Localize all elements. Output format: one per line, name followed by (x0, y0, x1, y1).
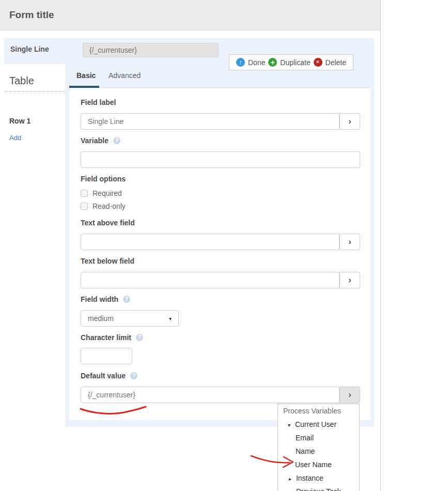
delete-label: Delete (326, 58, 346, 67)
triangle-down-icon: ▾ (288, 422, 290, 428)
sidebar-divider (4, 91, 65, 91)
field-label-expand-button[interactable]: › (339, 113, 360, 130)
required-option: Required (81, 189, 122, 197)
readonly-checkbox[interactable] (81, 203, 88, 210)
form-header: Form title (0, 0, 380, 30)
caret-down-icon: ▾ (169, 316, 172, 321)
text-above-input[interactable] (81, 234, 339, 250)
tab-underline (69, 87, 370, 88)
chevron-right-icon: › (348, 390, 351, 400)
text-above-label: Text above field (81, 219, 135, 227)
add-row-link[interactable]: Add (9, 134, 21, 142)
form-title: Form title (9, 9, 54, 21)
help-icon[interactable]: ? (123, 296, 130, 303)
help-icon[interactable]: ? (136, 334, 143, 341)
help-icon[interactable]: ? (130, 372, 137, 379)
text-below-input[interactable] (81, 272, 339, 288)
plus-icon: + (268, 58, 277, 67)
chevron-right-icon: › (348, 116, 351, 127)
default-value-expand-button[interactable]: › (339, 387, 360, 403)
required-label: Required (92, 189, 122, 197)
field-width-select[interactable]: medium ▾ (81, 310, 179, 327)
done-label: Done (248, 58, 265, 67)
text-below-expand-button[interactable]: › (339, 272, 360, 288)
variable-label: Variable ? (81, 136, 120, 145)
content-right-border (380, 0, 381, 491)
fields-sidebar: Table Row 1 Add (4, 64, 65, 427)
readonly-label: Read-only (92, 202, 126, 210)
field-label-input[interactable] (81, 113, 339, 130)
char-limit-input[interactable] (81, 348, 132, 364)
default-value-label: Default value ? (81, 372, 137, 380)
sidebar-item-table[interactable]: Table (9, 75, 34, 87)
default-value-input[interactable] (81, 387, 339, 403)
char-limit-label: Character limit ? (81, 333, 143, 342)
process-variables-dropdown: Process Variables ▾ Current User Email N… (277, 404, 360, 491)
chevron-right-icon: › (348, 237, 351, 247)
text-above-expand-button[interactable]: › (339, 234, 360, 250)
required-checkbox[interactable] (81, 190, 88, 197)
triangle-right-icon: ▸ (289, 476, 291, 482)
variable-input[interactable] (81, 151, 360, 168)
tab-basic[interactable]: Basic (76, 71, 96, 80)
readonly-option: Read-only (81, 202, 126, 210)
dropdown-item-email[interactable]: Email (296, 434, 314, 442)
sidebar-row-1[interactable]: Row 1 (9, 117, 30, 125)
dropdown-item-previous-task[interactable]: ▸ Previous Task (289, 487, 341, 491)
duplicate-label: Duplicate (280, 58, 310, 67)
preview-field-input (83, 43, 219, 57)
field-label-label: Field label (81, 98, 116, 106)
field-width-value: medium (88, 314, 114, 323)
form-builder-window: Form title Single Line ↑ Done + Duplicat… (0, 0, 448, 491)
done-icon: ↑ (236, 58, 245, 67)
dropdown-item-name[interactable]: Name (296, 447, 315, 455)
delete-button[interactable]: ✕ Delete (314, 58, 346, 67)
tab-advanced[interactable]: Advanced (109, 71, 141, 80)
duplicate-button[interactable]: + Duplicate (268, 58, 310, 67)
chevron-right-icon: › (348, 275, 351, 285)
text-below-label: Text below field (81, 257, 134, 265)
help-icon[interactable]: ? (113, 137, 120, 144)
preview-field-label: Single Line (10, 45, 49, 53)
dropdown-header: Process Variables (283, 407, 341, 415)
dropdown-item-instance[interactable]: ▸ Instance (289, 474, 323, 482)
done-button[interactable]: ↑ Done (236, 58, 265, 67)
tab-active-indicator (69, 86, 99, 88)
cross-icon: ✕ (314, 58, 322, 67)
dropdown-item-user-name[interactable]: User Name (295, 461, 332, 469)
field-width-label: Field width ? (81, 295, 130, 303)
field-options-label: Field options (81, 175, 126, 183)
field-action-bar: ↑ Done + Duplicate ✕ Delete (229, 54, 353, 70)
dropdown-item-current-user[interactable]: ▾ Current User (288, 420, 336, 428)
